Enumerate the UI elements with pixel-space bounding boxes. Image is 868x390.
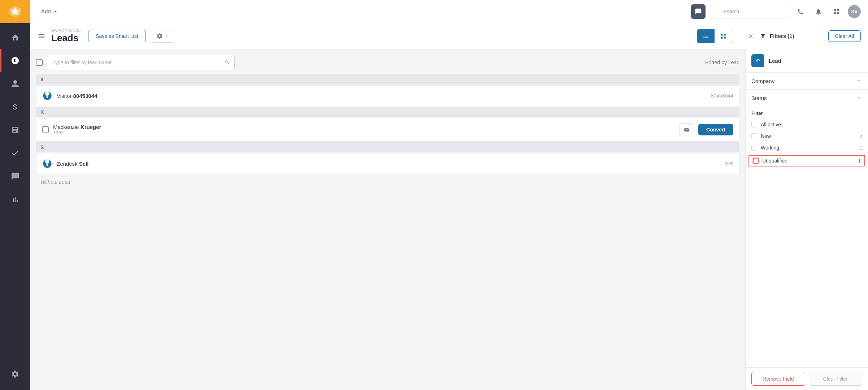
status-label: Status	[751, 95, 767, 101]
filter-name-input[interactable]	[47, 55, 235, 70]
clear-filter-button[interactable]: Clear Filter	[809, 372, 863, 386]
view-toggle	[697, 29, 732, 43]
filter-option-new[interactable]: New 2	[746, 130, 868, 142]
list-view-button[interactable]	[697, 29, 715, 43]
sidebar-item-settings[interactable]	[0, 363, 30, 386]
checkbox-working[interactable]	[751, 145, 757, 151]
grid-view-button[interactable]	[715, 29, 732, 43]
notifications-button[interactable]	[812, 5, 825, 18]
main-wrapper: Add Ke WORKING LIST Leads Save as	[30, 0, 868, 390]
lead-checkbox-mackenzie[interactable]	[42, 126, 49, 133]
filter-label: Filters (1)	[770, 33, 794, 39]
add-button[interactable]: Add	[38, 6, 62, 17]
lead-row-zendesk-sell[interactable]: Zendesk Sell Sell	[36, 153, 739, 174]
section-header-k: K	[36, 107, 739, 117]
lead-id-visitor: 80453044	[711, 93, 733, 99]
checkbox-unqualified[interactable]	[753, 158, 759, 164]
lead-name-mackenzie: Mackenzie Krueger 1993	[53, 124, 675, 135]
lead-id-sell: Sell	[725, 161, 733, 166]
convert-button-mackenzie[interactable]: Convert	[698, 124, 733, 135]
sorted-by-label: Sorted by Lead	[705, 60, 739, 65]
filter-name-search-icon	[225, 60, 230, 65]
count-new: 2	[860, 134, 862, 139]
lead-name-sell: Zendesk Sell	[57, 161, 721, 167]
filter-status-section: Status Filter All active	[746, 90, 868, 168]
phone-button[interactable]	[794, 5, 807, 18]
save-smart-list-button[interactable]: Save as Smart List	[88, 30, 146, 42]
select-all-checkbox[interactable]	[36, 59, 43, 66]
filter-body-label: Filter	[746, 106, 868, 119]
add-label: Add	[41, 8, 51, 14]
filter-name-input-wrapper	[47, 55, 235, 70]
search-wrapper	[710, 5, 789, 18]
sidebar-item-contacts[interactable]	[0, 72, 30, 95]
menu-icon[interactable]	[38, 32, 45, 40]
page-title: Leads	[51, 32, 82, 44]
section-header-8: 8	[36, 74, 739, 84]
filter-panel-body: Lead Company Status Filter	[746, 49, 868, 367]
sidebar-item-tasks[interactable]	[0, 142, 30, 165]
filter-panel-footer: Remove Field Clear Filter	[746, 367, 868, 390]
gear-icon	[156, 33, 163, 39]
checkbox-all-active[interactable]	[751, 122, 757, 127]
sort-up-button[interactable]	[751, 54, 764, 67]
grid-button[interactable]	[830, 5, 843, 18]
company-chevron-icon	[856, 78, 862, 84]
status-chevron-icon	[856, 95, 862, 101]
leads-list-area: Sorted by Lead 8 Visitor 80453044 804530…	[30, 49, 745, 390]
sort-field-label: Lead	[769, 58, 862, 64]
visitor-icon-sell	[42, 159, 52, 169]
sidebar-item-activity[interactable]	[0, 49, 30, 72]
visitor-icon	[42, 91, 52, 101]
chat-button[interactable]	[691, 4, 706, 19]
remove-field-button[interactable]: Remove Field	[751, 372, 805, 386]
app-logo[interactable]	[0, 0, 30, 23]
filter-sort-lead: Lead	[746, 49, 868, 73]
header-title-group: WORKING LIST Leads	[51, 28, 82, 44]
topbar: Add Ke	[30, 0, 868, 23]
sidebar-item-home[interactable]	[0, 26, 30, 49]
filter-panel: Lead Company Status Filter	[745, 49, 868, 390]
sidebar-item-analytics[interactable]	[0, 188, 30, 211]
content-header: WORKING LIST Leads Save as Smart List Fi…	[30, 23, 868, 49]
sidebar-bottom	[0, 363, 30, 390]
sidebar	[0, 0, 30, 390]
working-list-label: WORKING LIST	[51, 28, 82, 32]
topbar-search-input[interactable]	[710, 5, 789, 18]
count-working: 1	[860, 145, 862, 151]
sidebar-item-messages[interactable]	[0, 165, 30, 188]
clear-all-button[interactable]: Clear All	[828, 30, 861, 42]
count-unqualified: 1	[858, 158, 861, 164]
filter-icon	[760, 33, 766, 39]
without-lead-section: Without Lead	[36, 176, 739, 188]
body-area: Sorted by Lead 8 Visitor 80453044 804530…	[30, 49, 868, 390]
lead-row-visitor-80453044[interactable]: Visitor 80453044 80453044	[36, 85, 739, 106]
filter-option-unqualified[interactable]: Unqualified 1	[748, 155, 865, 166]
filter-company-section[interactable]: Company	[746, 73, 868, 90]
chevron-down-icon	[164, 34, 169, 39]
filter-status-header[interactable]: Status	[746, 90, 868, 106]
company-label: Company	[751, 78, 774, 84]
filter-option-left-unqualified: Unqualified	[753, 158, 787, 164]
filter-header: Filters (1) Clear All	[738, 30, 861, 42]
close-filter-button[interactable]	[745, 31, 756, 42]
user-avatar[interactable]: Ke	[848, 5, 861, 18]
checkbox-new[interactable]	[751, 133, 757, 139]
filter-option-left: All active	[751, 122, 781, 127]
list-toolbar: Sorted by Lead	[36, 55, 739, 74]
section-header-s: S	[36, 142, 739, 152]
sidebar-item-reports[interactable]	[0, 118, 30, 142]
filter-option-left-working: Working	[751, 145, 779, 151]
lead-row-mackenzie-krueger[interactable]: Mackenzie Krueger 1993 Convert	[36, 118, 739, 142]
filter-option-working[interactable]: Working 1	[746, 142, 868, 153]
email-button-mackenzie[interactable]	[680, 123, 694, 136]
lead-name-visitor: Visitor 80453044	[57, 93, 707, 99]
gear-dropdown-button[interactable]	[152, 30, 174, 43]
filter-option-all-active[interactable]: All active	[746, 119, 868, 130]
sidebar-item-deals[interactable]	[0, 95, 30, 118]
sidebar-nav	[0, 23, 30, 363]
filter-option-left-new: New	[751, 133, 771, 139]
